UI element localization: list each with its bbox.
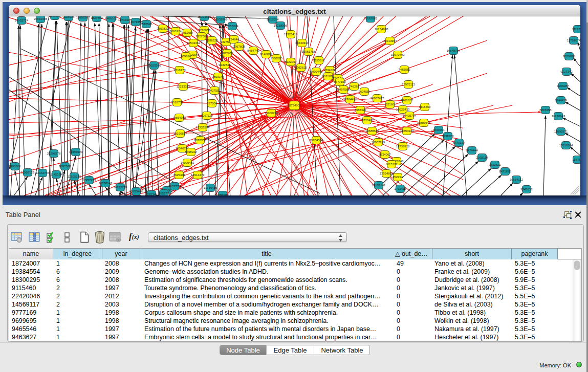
svg-text:9245652: 9245652 (520, 188, 533, 191)
svg-text:7357224: 7357224 (226, 25, 238, 28)
svg-text:9634067: 9634067 (379, 153, 391, 156)
svg-text:12975115: 12975115 (402, 83, 416, 86)
svg-text:13716485: 13716485 (204, 186, 217, 189)
svg-text:965777: 965777 (159, 192, 169, 195)
svg-text:20206578: 20206578 (47, 152, 61, 155)
svg-text:12353594: 12353594 (196, 126, 210, 129)
svg-text:1244419: 1244419 (555, 99, 567, 102)
svg-text:1493506: 1493506 (9, 165, 21, 168)
svg-text:11568129: 11568129 (21, 171, 35, 174)
svg-text:18724007: 18724007 (288, 104, 301, 107)
svg-text:1588520: 1588520 (270, 57, 282, 60)
svg-text:9498222: 9498222 (185, 150, 197, 154)
svg-text:19889645: 19889645 (417, 121, 431, 124)
svg-text:12823446: 12823446 (129, 190, 143, 193)
svg-text:2718170: 2718170 (173, 69, 186, 72)
svg-text:19166827: 19166827 (173, 132, 187, 135)
svg-text:8878352: 8878352 (194, 139, 206, 142)
svg-text:1282344: 1282344 (145, 193, 158, 195)
svg-text:16033809: 16033809 (214, 18, 228, 21)
svg-text:1733416: 1733416 (394, 187, 406, 190)
svg-text:13325419: 13325419 (284, 33, 298, 36)
svg-text:1362615: 1362615 (295, 66, 307, 69)
svg-text:17016504: 17016504 (559, 144, 573, 147)
svg-text:6466160: 6466160 (105, 17, 117, 20)
svg-text:2967608: 2967608 (233, 45, 245, 48)
svg-text:1209387: 1209387 (557, 84, 569, 87)
svg-text:3875685: 3875685 (221, 52, 233, 55)
svg-text:16210643: 16210643 (552, 115, 565, 118)
svg-text:9242848: 9242848 (219, 63, 231, 67)
svg-text:8938923: 8938923 (442, 135, 454, 138)
svg-text:7663822: 7663822 (157, 27, 169, 30)
svg-text:14055724: 14055724 (15, 19, 29, 22)
svg-text:14099483: 14099483 (181, 161, 194, 164)
svg-text:7986322: 7986322 (354, 108, 366, 112)
svg-text:3267110: 3267110 (201, 114, 213, 117)
svg-text:1065328: 1065328 (49, 16, 61, 17)
svg-text:7515526: 7515526 (140, 23, 153, 26)
svg-text:12213967: 12213967 (383, 39, 397, 42)
svg-text:20691406: 20691406 (34, 17, 48, 20)
svg-text:6990443: 6990443 (310, 70, 322, 73)
svg-text:1527602: 1527602 (91, 16, 103, 19)
svg-text:9657774: 9657774 (168, 185, 181, 188)
svg-text:7955812: 7955812 (313, 59, 325, 62)
svg-text:10358147: 10358147 (99, 182, 113, 185)
svg-text:3624554: 3624554 (358, 90, 371, 93)
svg-text:13524851: 13524851 (380, 172, 394, 175)
svg-text:10807487: 10807487 (371, 97, 384, 100)
svg-text:19654982: 19654982 (172, 116, 186, 119)
svg-text:7803144: 7803144 (212, 75, 224, 78)
svg-text:9734028: 9734028 (323, 69, 336, 72)
svg-text:10025433: 10025433 (396, 108, 410, 111)
svg-text:10543362: 10543362 (187, 41, 201, 45)
svg-text:9118936: 9118936 (63, 16, 75, 18)
svg-text:15300293: 15300293 (265, 112, 278, 115)
svg-text:817006: 817006 (207, 102, 217, 105)
svg-text:9115460: 9115460 (419, 105, 431, 108)
svg-text:10782759: 10782759 (114, 186, 127, 189)
svg-text:9427552: 9427552 (208, 89, 221, 92)
svg-text:12342737: 12342737 (36, 171, 50, 174)
svg-text:19218906: 19218906 (274, 24, 288, 27)
svg-text:9227342: 9227342 (560, 70, 573, 73)
svg-text:17957253: 17957253 (82, 179, 96, 182)
svg-text:20053346: 20053346 (147, 64, 161, 67)
svg-text:20364436: 20364436 (343, 98, 357, 101)
svg-text:10653287: 10653287 (76, 16, 90, 19)
svg-text:3912954: 3912954 (181, 31, 193, 34)
svg-text:16648784: 16648784 (447, 49, 461, 52)
svg-text:16640910: 16640910 (295, 41, 309, 45)
svg-text:352214: 352214 (393, 176, 403, 179)
svg-text:16961758: 16961758 (302, 50, 316, 53)
svg-text:7625402: 7625402 (173, 173, 185, 177)
svg-text:20087682: 20087682 (364, 17, 378, 20)
svg-text:8813054: 8813054 (267, 18, 279, 21)
svg-text:1282000: 1282000 (216, 193, 229, 195)
svg-text:6497568: 6497568 (337, 88, 350, 91)
svg-text:9327505: 9327505 (195, 35, 208, 38)
svg-text:12213382: 12213382 (177, 85, 190, 88)
svg-text:1640954: 1640954 (432, 128, 445, 132)
svg-text:989016: 989016 (181, 55, 191, 58)
svg-text:9146821: 9146821 (260, 53, 272, 56)
svg-text:16033809: 16033809 (198, 16, 211, 18)
svg-text:15720407: 15720407 (360, 119, 374, 122)
svg-text:1145194: 1145194 (51, 173, 63, 176)
svg-text:7632621: 7632621 (489, 163, 501, 166)
svg-text:8471676: 8471676 (499, 170, 511, 173)
svg-text:9463627: 9463627 (401, 99, 413, 102)
svg-text:1010755: 1010755 (171, 101, 183, 104)
svg-text:10973493: 10973493 (391, 53, 405, 56)
svg-text:10688609: 10688609 (365, 129, 379, 133)
svg-text:15751074: 15751074 (567, 39, 580, 42)
svg-text:62160: 62160 (386, 103, 395, 106)
svg-text:6479197: 6479197 (453, 141, 465, 144)
svg-text:2935114: 2935114 (476, 156, 489, 159)
svg-text:14495794: 14495794 (403, 114, 417, 117)
svg-text:754646: 754646 (229, 38, 239, 41)
svg-text:13654923: 13654923 (400, 129, 414, 133)
svg-text:19756928: 19756928 (396, 145, 410, 148)
svg-text:15692971: 15692971 (554, 130, 568, 133)
